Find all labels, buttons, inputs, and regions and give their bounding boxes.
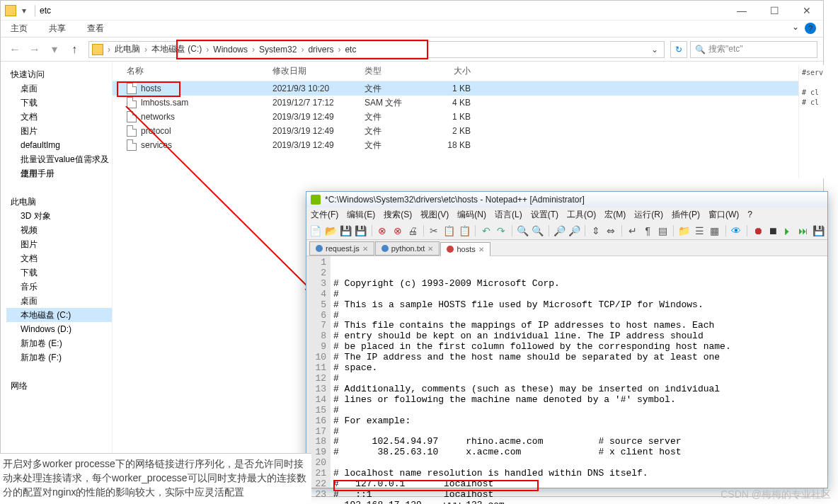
sync-v-icon[interactable]: ⇕: [590, 224, 602, 237]
sidebar-item[interactable]: defaultImg: [6, 138, 112, 152]
sidebar-item[interactable]: 文档: [6, 110, 112, 124]
column-name[interactable]: 名称: [113, 65, 272, 77]
up-button[interactable]: ↑: [66, 41, 83, 58]
column-type[interactable]: 类型: [365, 65, 435, 77]
sidebar-item[interactable]: 图片: [6, 124, 112, 138]
save-icon[interactable]: 💾: [340, 224, 352, 237]
sidebar-item[interactable]: 新加卷 (E:): [6, 336, 112, 350]
editor-area[interactable]: 1234567891011121314151617181920212223 # …: [306, 256, 827, 488]
menu-tools[interactable]: 工具(O): [567, 209, 596, 221]
save-all-icon[interactable]: 💾: [355, 224, 367, 237]
sidebar-item-quick-access[interactable]: 快速访问: [6, 67, 112, 81]
sidebar-item[interactable]: 3D 对象: [6, 209, 112, 223]
sync-h-icon[interactable]: ⇔: [605, 224, 617, 237]
breadcrumb-dropdown-icon[interactable]: ⌄: [648, 45, 661, 55]
menu-language[interactable]: 语言(L): [495, 209, 522, 221]
menu-help[interactable]: ?: [747, 210, 752, 219]
search-input[interactable]: 🔍 搜索"etc": [690, 41, 817, 58]
menu-macro[interactable]: 宏(M): [604, 209, 626, 221]
tab-close-icon[interactable]: ✕: [362, 245, 368, 253]
copy-icon[interactable]: 📋: [443, 224, 455, 237]
sidebar-item[interactable]: 下载: [6, 96, 112, 110]
file-row[interactable]: protocol 2019/3/19 12:49 文件 2 KB: [113, 124, 823, 138]
menu-encoding[interactable]: 编码(N): [457, 209, 486, 221]
file-row[interactable]: services 2019/3/19 12:49 文件 18 KB: [113, 138, 823, 152]
editor-tab[interactable]: python.txt ✕: [375, 241, 440, 256]
sidebar-item[interactable]: 批量设置value值需求及原型: [6, 152, 112, 166]
code-content[interactable]: # Copyright (c) 1993-2009 Microsoft Corp…: [331, 256, 827, 488]
column-date[interactable]: 修改日期: [272, 65, 365, 77]
menu-window[interactable]: 窗口(W): [708, 209, 739, 221]
open-file-icon[interactable]: 📂: [324, 224, 336, 237]
file-row[interactable]: hosts 2021/9/3 10:20 文件 1 KB: [113, 81, 823, 96]
forward-button[interactable]: →: [26, 41, 43, 58]
sidebar-item[interactable]: 视频: [6, 223, 112, 237]
recent-dropdown[interactable]: ▾: [46, 41, 63, 58]
indent-guide-icon[interactable]: ▤: [657, 224, 669, 237]
editor-tab[interactable]: hosts ✕: [440, 242, 490, 256]
ribbon-tab-share[interactable]: 共享: [49, 23, 66, 35]
menu-view[interactable]: 视图(V): [420, 209, 449, 221]
sidebar-item-drive-c[interactable]: 本地磁盘 (C:): [6, 308, 112, 322]
print-icon[interactable]: 🖨: [406, 224, 418, 237]
file-row[interactable]: lmhosts.sam 2019/12/7 17:12 SAM 文件 4 KB: [113, 96, 823, 110]
close-button[interactable]: ✕: [791, 1, 823, 21]
play-multi-icon[interactable]: ⏭: [797, 224, 809, 237]
sidebar-item[interactable]: 桌面: [6, 294, 112, 308]
cut-icon[interactable]: ✂: [428, 224, 440, 237]
menu-file[interactable]: 文件(F): [311, 209, 338, 221]
maximize-button[interactable]: ☐: [758, 1, 791, 21]
sidebar-item[interactable]: 使用手册: [6, 166, 112, 181]
minimize-button[interactable]: —: [725, 1, 758, 21]
sidebar-item[interactable]: 桌面: [6, 81, 112, 96]
doc-map-icon[interactable]: ▦: [708, 224, 721, 237]
monitoring-icon[interactable]: 👁: [730, 224, 742, 237]
column-size[interactable]: 大小: [435, 65, 478, 77]
play-macro-icon[interactable]: ⏵: [782, 224, 794, 237]
save-macro-icon[interactable]: 💾: [812, 224, 824, 237]
replace-icon[interactable]: 🔍: [532, 224, 544, 237]
ribbon-tab-home[interactable]: 主页: [11, 23, 28, 35]
ribbon-tab-view[interactable]: 查看: [87, 23, 104, 35]
file-row[interactable]: networks 2019/3/19 12:49 文件 1 KB: [113, 110, 823, 124]
refresh-button[interactable]: ↻: [670, 41, 687, 58]
paste-icon[interactable]: 📋: [459, 224, 471, 237]
new-file-icon[interactable]: 📄: [309, 224, 321, 237]
menu-settings[interactable]: 设置(T): [531, 209, 558, 221]
menu-edit[interactable]: 编辑(E): [347, 209, 375, 221]
sidebar-item-network[interactable]: 网络: [6, 379, 112, 393]
back-button[interactable]: ←: [6, 41, 23, 58]
zoom-out-icon[interactable]: 🔎: [568, 224, 580, 237]
function-list-icon[interactable]: ☰: [694, 224, 706, 237]
editor-tab[interactable]: request.js ✕: [309, 241, 374, 256]
record-macro-icon[interactable]: ⏺: [752, 224, 764, 237]
sidebar-item[interactable]: 新加卷 (F:): [6, 350, 112, 365]
menu-plugins[interactable]: 插件(P): [672, 209, 700, 221]
column-headers: 名称 修改日期 类型 大小: [113, 62, 823, 81]
redo-icon[interactable]: ↷: [495, 224, 507, 237]
chevron-down-icon[interactable]: ▾: [18, 4, 30, 17]
sidebar-item[interactable]: 图片: [6, 237, 112, 251]
undo-icon[interactable]: ↶: [480, 224, 492, 237]
find-icon[interactable]: 🔍: [517, 224, 529, 237]
zoom-in-icon[interactable]: 🔎: [553, 224, 566, 237]
tab-close-icon[interactable]: ✕: [427, 245, 433, 253]
ribbon-collapse-icon[interactable]: ⌄: [792, 22, 799, 32]
folder-as-workspace-icon[interactable]: 📁: [678, 224, 690, 237]
breadcrumb-item[interactable]: 此电脑: [112, 43, 143, 55]
help-icon[interactable]: ?: [805, 23, 816, 34]
sidebar-item[interactable]: Windows (D:): [6, 322, 112, 336]
show-all-chars-icon[interactable]: ¶: [642, 224, 654, 237]
breadcrumb[interactable]: › 此电脑 › 本地磁盘 (C:) › Windows › System32 ›…: [88, 41, 665, 58]
menu-search[interactable]: 搜索(S): [384, 209, 412, 221]
close-icon[interactable]: ⊗: [377, 224, 389, 237]
menu-run[interactable]: 运行(R): [634, 209, 663, 221]
sidebar-item[interactable]: 音乐: [6, 280, 112, 294]
stop-macro-icon[interactable]: ⏹: [767, 224, 779, 237]
wordwrap-icon[interactable]: ↵: [626, 224, 638, 237]
sidebar-item[interactable]: 文档: [6, 251, 112, 265]
sidebar-item[interactable]: 下载: [6, 265, 112, 280]
close-all-icon[interactable]: ⊗: [391, 224, 403, 237]
tab-close-icon[interactable]: ✕: [478, 246, 484, 253]
sidebar-item-this-pc[interactable]: 此电脑: [6, 195, 112, 209]
